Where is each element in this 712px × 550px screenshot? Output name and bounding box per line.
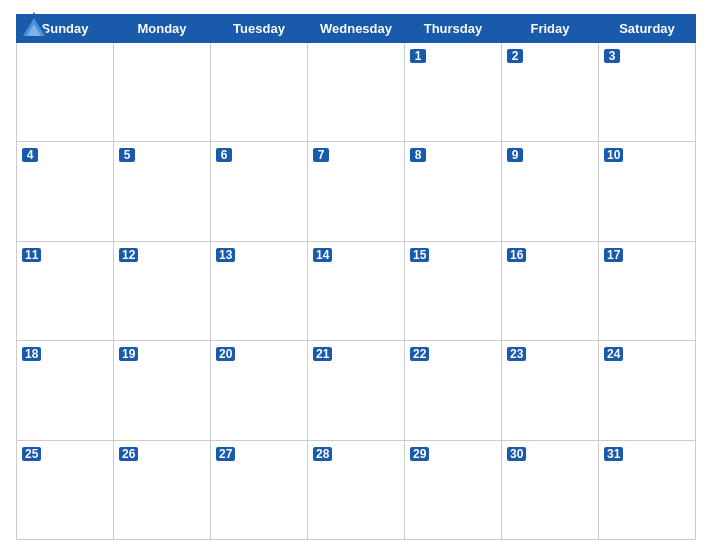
day-number: 14 [313,248,332,262]
calendar-cell: 5 [114,142,211,241]
weekday-header-wednesday: Wednesday [308,15,405,43]
calendar-cell: 28 [308,440,405,539]
calendar-cell [114,43,211,142]
calendar-cell: 26 [114,440,211,539]
calendar-cell [17,43,114,142]
calendar-week-2: 45678910 [17,142,696,241]
day-number: 15 [410,248,429,262]
day-number: 30 [507,447,526,461]
calendar-week-4: 18192021222324 [17,341,696,440]
calendar-cell: 10 [599,142,696,241]
logo-area [16,10,54,40]
calendar-cell [211,43,308,142]
day-number: 11 [22,248,41,262]
day-number: 23 [507,347,526,361]
day-number: 26 [119,447,138,461]
logo-icon [16,10,52,40]
calendar-cell [308,43,405,142]
calendar-cell: 29 [405,440,502,539]
calendar-cell: 2 [502,43,599,142]
calendar-cell: 22 [405,341,502,440]
day-number: 16 [507,248,526,262]
calendar-cell: 16 [502,241,599,340]
day-number: 27 [216,447,235,461]
day-number: 28 [313,447,332,461]
calendar-cell: 1 [405,43,502,142]
day-number: 24 [604,347,623,361]
calendar-cell: 20 [211,341,308,440]
day-number: 1 [410,49,426,63]
day-number: 21 [313,347,332,361]
calendar-cell: 14 [308,241,405,340]
calendar-cell: 31 [599,440,696,539]
calendar-cell: 17 [599,241,696,340]
calendar-cell: 3 [599,43,696,142]
calendar-cell: 13 [211,241,308,340]
day-number: 18 [22,347,41,361]
calendar-week-5: 25262728293031 [17,440,696,539]
calendar-cell: 8 [405,142,502,241]
day-number: 6 [216,148,232,162]
day-number: 8 [410,148,426,162]
calendar-cell: 9 [502,142,599,241]
calendar-cell: 11 [17,241,114,340]
day-number: 29 [410,447,429,461]
calendar-cell: 12 [114,241,211,340]
weekday-header-thursday: Thursday [405,15,502,43]
day-number: 22 [410,347,429,361]
calendar-week-3: 11121314151617 [17,241,696,340]
calendar-week-1: 123 [17,43,696,142]
weekday-header-friday: Friday [502,15,599,43]
day-number: 4 [22,148,38,162]
calendar-table: SundayMondayTuesdayWednesdayThursdayFrid… [16,14,696,540]
calendar-body: 1234567891011121314151617181920212223242… [17,43,696,540]
day-number: 3 [604,49,620,63]
weekday-header-row: SundayMondayTuesdayWednesdayThursdayFrid… [17,15,696,43]
day-number: 13 [216,248,235,262]
calendar-cell: 6 [211,142,308,241]
weekday-header-saturday: Saturday [599,15,696,43]
weekday-header-monday: Monday [114,15,211,43]
calendar-cell: 7 [308,142,405,241]
calendar-cell: 21 [308,341,405,440]
day-number: 2 [507,49,523,63]
day-number: 7 [313,148,329,162]
day-number: 10 [604,148,623,162]
day-number: 9 [507,148,523,162]
calendar-cell: 25 [17,440,114,539]
day-number: 20 [216,347,235,361]
calendar-cell: 23 [502,341,599,440]
day-number: 17 [604,248,623,262]
calendar-cell: 19 [114,341,211,440]
calendar-cell: 4 [17,142,114,241]
calendar-cell: 18 [17,341,114,440]
calendar-cell: 27 [211,440,308,539]
day-number: 5 [119,148,135,162]
day-number: 19 [119,347,138,361]
day-number: 25 [22,447,41,461]
day-number: 31 [604,447,623,461]
weekday-header-tuesday: Tuesday [211,15,308,43]
calendar-cell: 30 [502,440,599,539]
calendar-cell: 24 [599,341,696,440]
calendar-cell: 15 [405,241,502,340]
day-number: 12 [119,248,138,262]
